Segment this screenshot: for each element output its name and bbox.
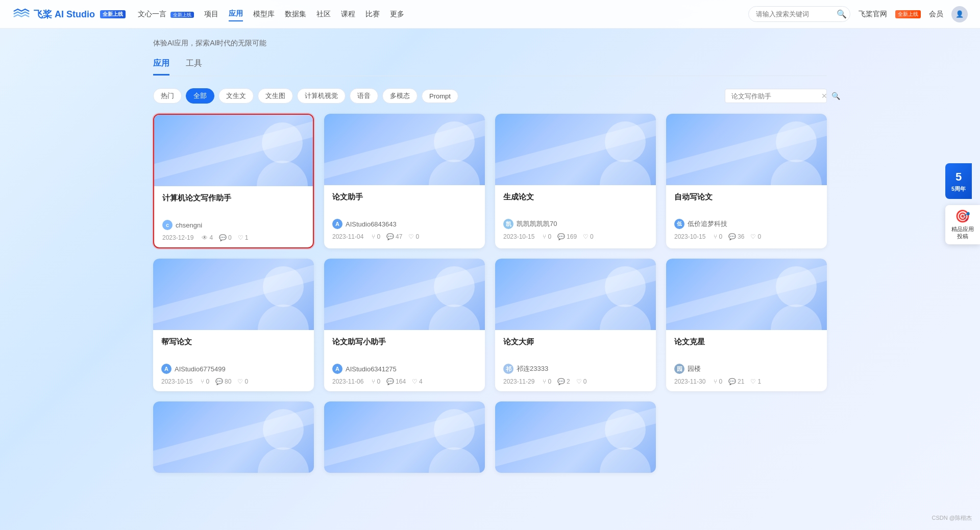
- card-6[interactable]: 论文助写小助手 A AIStudio6341275 2023-11-06 ⑂ 0…: [324, 259, 485, 391]
- fork-icon-4: ⑂: [714, 233, 717, 240]
- anniversary-badge[interactable]: 5 5周年: [945, 163, 972, 199]
- card-2-date: 2023-11-04: [332, 233, 363, 240]
- filter-tag-prompt[interactable]: Prompt: [422, 89, 458, 103]
- filter-tag-text2text[interactable]: 文生文: [218, 88, 254, 104]
- card-6-forks: ⑂ 0: [372, 378, 380, 385]
- comment-icon-3: 💬: [557, 233, 565, 240]
- card-4-forks: ⑂ 0: [714, 233, 722, 240]
- card-1-author-name: chsengni: [176, 221, 202, 229]
- card-3-date: 2023-10-15: [503, 233, 534, 240]
- user-avatar[interactable]: 👤: [951, 6, 968, 22]
- card-8-title: 论文克星: [674, 337, 819, 360]
- nav-item-apps[interactable]: 应用: [229, 7, 243, 21]
- nav-badge-wenxin: 全新上线: [170, 12, 194, 18]
- logo[interactable]: 飞桨 AI Studio 全新上线: [12, 7, 126, 21]
- card-7[interactable]: 论文大师 祁 祁连23333 2023-11-29 ⑂ 0 💬 2: [495, 259, 656, 391]
- filter-tags: 热门 全部 文生文 文生图 计算机视觉 语音 多模态 Prompt: [153, 88, 458, 104]
- card-2[interactable]: 论文助手 A AIStudio6843643 2023-11-04 ⑂ 0 💬 …: [324, 114, 485, 248]
- eye-icon: 👁: [202, 234, 208, 241]
- card-5-comments: 💬 80: [215, 378, 231, 385]
- card-4-title: 自动写论文: [674, 192, 819, 215]
- card-3-author: 凯 凯凯凯凯凯70: [503, 219, 648, 229]
- comment-icon-7: 💬: [557, 378, 565, 385]
- card-6-thumbnail: [324, 259, 485, 330]
- header-search[interactable]: 🔍: [748, 6, 850, 22]
- card-10[interactable]: [324, 401, 485, 473]
- nav-item-projects[interactable]: 项目: [204, 8, 218, 21]
- card-3-thumbnail: [495, 114, 656, 185]
- filter-tag-text2img[interactable]: 文生图: [258, 88, 293, 104]
- filter-tag-multimodal[interactable]: 多模态: [382, 88, 418, 104]
- filter-search-icon[interactable]: 🔍: [831, 92, 840, 100]
- card-4[interactable]: 自动写论文 低 低价追梦科技 2023-10-15 ⑂ 0 💬 36: [666, 114, 827, 248]
- filter-bar: 热门 全部 文生文 文生图 计算机视觉 语音 多模态 Prompt ✕ 🔍: [153, 88, 827, 104]
- card-4-author-name: 低价追梦科技: [688, 219, 727, 229]
- like-icon-4: ♡: [750, 233, 756, 240]
- like-icon-8: ♡: [750, 378, 756, 385]
- card-1-comments: 💬 0: [219, 234, 232, 241]
- card-7-author-avatar: 祁: [503, 364, 513, 374]
- header-search-icon[interactable]: 🔍: [837, 9, 847, 19]
- card-1[interactable]: 计算机论文写作助手 c chsengni 2023-12-19 👁 4 💬 0: [153, 114, 314, 248]
- fork-icon-6: ⑂: [372, 378, 375, 385]
- card-11[interactable]: [495, 401, 656, 473]
- filter-tag-hot[interactable]: 热门: [153, 88, 182, 104]
- card-1-likes: ♡ 1: [238, 234, 249, 241]
- card-1-body: 计算机论文写作助手 c chsengni 2023-12-19 👁 4 💬 0: [154, 186, 313, 247]
- card-8[interactable]: 论文克星 园 园楼 2023-11-30 ⑂ 0 💬 21: [666, 259, 827, 391]
- fork-icon-8: ⑂: [714, 378, 717, 385]
- nav-item-community[interactable]: 社区: [316, 8, 331, 21]
- card-5-date: 2023-10-15: [161, 378, 192, 385]
- card-7-thumbnail: [495, 259, 656, 330]
- like-icon-3: ♡: [583, 233, 589, 240]
- filter-tag-cv[interactable]: 计算机视觉: [297, 88, 346, 104]
- card-6-comments: 💬 164: [386, 378, 406, 385]
- card-1-date: 2023-12-19: [162, 234, 193, 241]
- card-1-title: 计算机论文写作助手: [162, 193, 305, 216]
- card-4-likes: ♡ 0: [750, 233, 761, 240]
- tab-tools[interactable]: 工具: [186, 58, 202, 75]
- card-1-author-avatar: c: [162, 220, 173, 230]
- feipai-link[interactable]: 飞桨官网: [859, 10, 887, 19]
- card-3[interactable]: 生成论文 凯 凯凯凯凯凯70 2023-10-15 ⑂ 0 💬 169: [495, 114, 656, 248]
- card-8-comments: 💬 21: [728, 378, 744, 385]
- nav-item-wenxin[interactable]: 文心一言 全新上线: [138, 8, 194, 21]
- card-5[interactable]: 帮写论文 A AIStudio6775499 2023-10-15 ⑂ 0 💬 …: [153, 259, 314, 391]
- nav-item-courses[interactable]: 课程: [341, 8, 355, 21]
- nav-item-competitions[interactable]: 比赛: [365, 8, 380, 21]
- card-3-author-avatar: 凯: [503, 219, 513, 229]
- card-3-forks: ⑂ 0: [543, 233, 551, 240]
- card-8-date: 2023-11-30: [674, 378, 705, 385]
- card-7-author-name: 祁连23333: [517, 364, 548, 373]
- card-4-author-avatar: 低: [674, 219, 684, 229]
- recommend-badge[interactable]: 🎯 精品应用投稿: [945, 205, 980, 244]
- card-5-body: 帮写论文 A AIStudio6775499 2023-10-15 ⑂ 0 💬 …: [153, 330, 314, 391]
- filter-tag-all[interactable]: 全部: [186, 88, 214, 104]
- card-5-thumbnail: [153, 259, 314, 330]
- card-7-body: 论文大师 祁 祁连23333 2023-11-29 ⑂ 0 💬 2: [495, 330, 656, 391]
- tab-apps[interactable]: 应用: [153, 58, 169, 75]
- filter-search-input[interactable]: [731, 92, 817, 100]
- nav-item-datasets[interactable]: 数据集: [285, 8, 306, 21]
- card-9[interactable]: [153, 401, 314, 473]
- card-8-author-avatar: 园: [674, 364, 684, 374]
- comment-icon-2: 💬: [386, 233, 394, 240]
- float-right-panel: 5 5周年 🎯 精品应用投稿: [945, 163, 980, 244]
- card-2-comments: 💬 47: [386, 233, 402, 240]
- header-search-input[interactable]: [756, 10, 832, 18]
- nav-item-models[interactable]: 模型库: [253, 8, 275, 21]
- filter-clear-icon[interactable]: ✕: [821, 92, 827, 100]
- filter-tag-speech[interactable]: 语音: [350, 88, 378, 104]
- card-6-body: 论文助写小助手 A AIStudio6341275 2023-11-06 ⑂ 0…: [324, 330, 485, 391]
- filter-search[interactable]: ✕ 🔍: [725, 89, 827, 103]
- card-12-placeholder: [666, 401, 827, 473]
- card-5-likes: ♡ 0: [237, 378, 248, 385]
- card-8-author-name: 园楼: [688, 364, 701, 373]
- card-6-title: 论文助写小助手: [332, 337, 477, 360]
- card-5-title: 帮写论文: [161, 337, 306, 360]
- fork-icon-7: ⑂: [543, 378, 546, 385]
- card-8-forks: ⑂ 0: [714, 378, 722, 385]
- nav-item-more[interactable]: 更多: [390, 8, 404, 21]
- member-link[interactable]: 会员: [929, 10, 943, 19]
- logo-badge: 全新上线: [100, 10, 126, 18]
